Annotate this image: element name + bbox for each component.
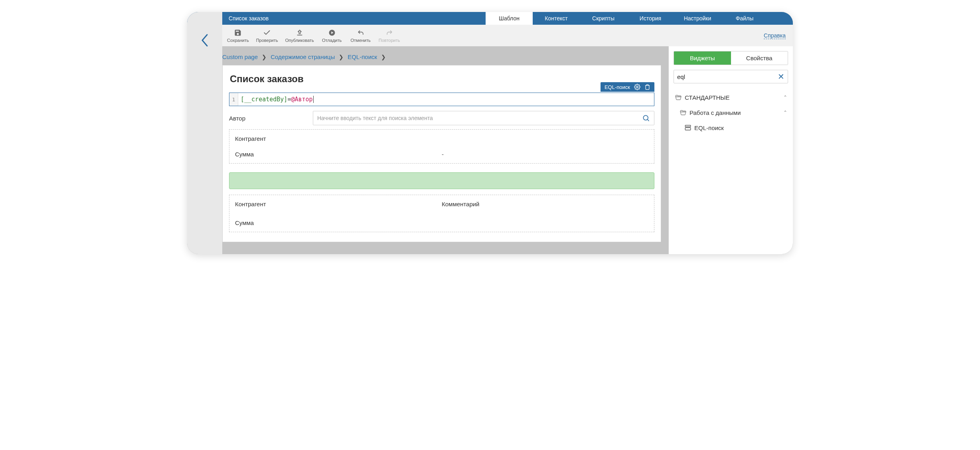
- widget-search-input[interactable]: eql ✕: [674, 70, 788, 83]
- canvas-title: Список заказов: [230, 73, 654, 85]
- back-button[interactable]: [200, 34, 209, 47]
- author-row: Автор Начните вводить текст для поиска э…: [229, 111, 654, 125]
- editor-canvas: Список заказов EQL-поиск: [222, 65, 661, 242]
- field-summa-value: -: [442, 151, 648, 158]
- sidebar-tab-widgets[interactable]: Виджеты: [674, 51, 731, 65]
- breadcrumb: Custom page ❯ Содержимое страницы ❯ EQL-…: [222, 53, 661, 60]
- search-icon[interactable]: [642, 114, 650, 122]
- svg-point-1: [636, 86, 638, 88]
- check-icon: [263, 29, 271, 37]
- folder-open-icon: [679, 109, 690, 116]
- tab-settings[interactable]: Настройки: [674, 12, 721, 25]
- fields-panel-1[interactable]: Контрагент Сумма -: [229, 129, 654, 164]
- eql-code-var: @Автор: [291, 96, 312, 103]
- publish-button[interactable]: Опубликовать: [285, 29, 314, 43]
- help-link[interactable]: Справка: [764, 32, 786, 39]
- breadcrumb-item[interactable]: Содержимое страницы: [271, 53, 335, 60]
- sidebar-tab-properties[interactable]: Свойства: [731, 51, 788, 65]
- tab-scripts[interactable]: Скрипты: [580, 12, 627, 25]
- eql-widget[interactable]: EQL-поиск 1 [: [229, 93, 654, 106]
- tab-context[interactable]: Контекст: [533, 12, 580, 25]
- tree-group-data[interactable]: Работа с данными ⌃: [674, 105, 788, 120]
- eql-code-op: =: [287, 96, 291, 103]
- widget-search-value: eql: [677, 73, 778, 80]
- svg-rect-3: [685, 125, 691, 127]
- eql-widget-label: EQL-поиск: [605, 84, 630, 90]
- field-kontragent-label: Контрагент: [235, 201, 442, 207]
- svg-rect-4: [685, 128, 691, 130]
- toolbar-label: Повторить: [379, 38, 400, 43]
- chevron-up-icon[interactable]: ⌃: [783, 110, 787, 115]
- trash-icon[interactable]: [644, 84, 650, 90]
- upload-icon: [296, 29, 304, 37]
- author-label: Автор: [229, 115, 313, 122]
- back-column: [187, 25, 222, 254]
- debug-button[interactable]: Отладить: [321, 29, 343, 43]
- sidebar-tabs: Виджеты Свойства: [674, 51, 788, 65]
- tree-item-eql[interactable]: EQL-поиск: [674, 120, 788, 135]
- chevron-up-icon[interactable]: ⌃: [783, 95, 787, 100]
- toolbar: Сохранить Проверить Опубликовать: [222, 25, 793, 46]
- toolbar-label: Сохранить: [227, 38, 249, 43]
- field-summa-label: Сумма: [235, 151, 442, 158]
- eql-code-line[interactable]: [__createdBy]=@Автор: [238, 93, 654, 106]
- author-search-input[interactable]: Начните вводить текст для поиска элемент…: [313, 111, 654, 125]
- chevron-right-icon: ❯: [262, 54, 267, 60]
- breadcrumb-item[interactable]: EQL-поиск: [348, 53, 377, 60]
- field-summa-label: Сумма: [235, 219, 442, 226]
- author-search-placeholder: Начните вводить текст для поиска элемент…: [317, 115, 642, 121]
- tab-template[interactable]: Шаблон: [486, 12, 533, 25]
- line-number: 1: [229, 93, 238, 106]
- toolbar-label: Опубликовать: [285, 38, 314, 43]
- save-button[interactable]: Сохранить: [227, 29, 249, 43]
- field-comment-label: Комментарий: [442, 201, 648, 207]
- gear-icon[interactable]: [634, 84, 640, 90]
- page-title-tab[interactable]: Список заказов: [222, 12, 486, 25]
- toolbar-label: Проверить: [256, 38, 278, 43]
- undo-icon: [357, 29, 365, 37]
- redo-icon: [385, 29, 393, 37]
- folder-open-icon: [674, 94, 685, 101]
- chevron-right-icon: ❯: [381, 54, 386, 60]
- check-button[interactable]: Проверить: [256, 29, 278, 43]
- tab-history[interactable]: История: [627, 12, 674, 25]
- svg-point-2: [643, 115, 648, 120]
- top-nav: Список заказов Шаблон Контекст Скрипты И…: [187, 12, 793, 25]
- topnav-left-spacer: [187, 12, 222, 25]
- undo-button[interactable]: Отменить: [350, 29, 371, 43]
- clear-icon[interactable]: ✕: [778, 73, 784, 81]
- save-icon: [234, 29, 242, 37]
- tab-files[interactable]: Файлы: [721, 12, 768, 25]
- field-kontragent-label: Контрагент: [235, 135, 648, 142]
- tree-group-label: СТАНДАРТНЫЕ: [685, 94, 783, 101]
- redo-button: Повторить: [379, 29, 400, 43]
- toolbar-label: Отладить: [322, 38, 342, 43]
- app-window: Список заказов Шаблон Контекст Скрипты И…: [187, 12, 793, 254]
- breadcrumb-item[interactable]: Custom page: [222, 53, 258, 60]
- tree-group-label: Работа с данными: [690, 109, 783, 116]
- play-icon: [328, 29, 336, 37]
- text-caret: [313, 96, 314, 103]
- right-sidebar: Виджеты Свойства eql ✕ СТАНДАРТНЫЕ: [668, 46, 793, 254]
- tree-item-label: EQL-поиск: [694, 124, 787, 131]
- dropzone-bar[interactable]: [229, 172, 654, 189]
- tree-group-standard[interactable]: СТАНДАРТНЫЕ ⌃: [674, 90, 788, 105]
- widget-icon: [684, 124, 694, 131]
- chevron-right-icon: ❯: [339, 54, 344, 60]
- fields-panel-2[interactable]: Контрагент Комментарий Сумма: [229, 195, 654, 232]
- eql-code-editor[interactable]: 1 [__createdBy]=@Автор: [229, 93, 654, 106]
- eql-widget-header: EQL-поиск: [601, 82, 654, 92]
- toolbar-label: Отменить: [350, 38, 370, 43]
- eql-code-field: [__createdBy]: [241, 96, 287, 103]
